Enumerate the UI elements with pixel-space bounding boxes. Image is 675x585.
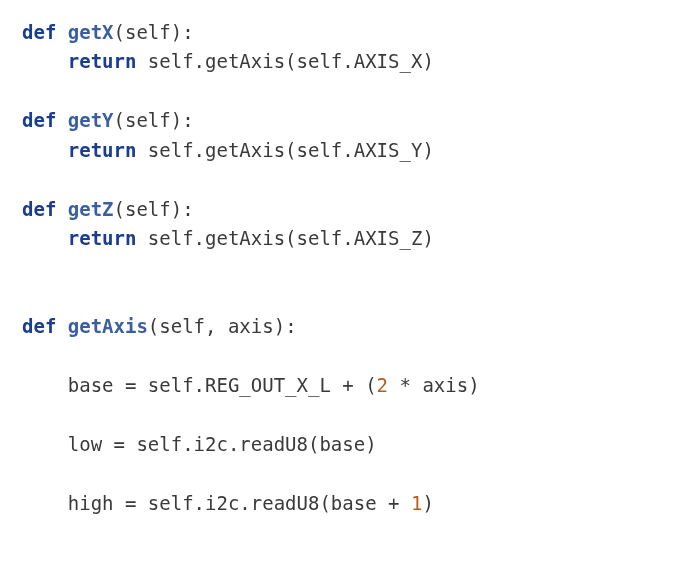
code-text: self.getAxis(self.AXIS_X)	[136, 50, 433, 72]
code-text: (self, axis):	[148, 315, 297, 337]
keyword-return: return	[68, 139, 137, 161]
keyword-def: def	[22, 315, 56, 337]
keyword-return: return	[68, 227, 137, 249]
keyword-def: def	[22, 21, 56, 43]
keyword-return: return	[68, 50, 137, 72]
code-text: * axis)	[388, 374, 480, 396]
function-name-getAxis: getAxis	[68, 315, 148, 337]
number-literal: 2	[377, 374, 388, 396]
code-text: base = self.REG_OUT_X_L + (	[22, 374, 377, 396]
code-text: (self):	[114, 109, 194, 131]
keyword-def: def	[22, 198, 56, 220]
number-literal: 1	[411, 492, 422, 514]
code-text: (self):	[114, 198, 194, 220]
keyword-def: def	[22, 109, 56, 131]
code-text: low = self.i2c.readU8(base)	[22, 433, 377, 455]
code-block: def getX(self): return self.getAxis(self…	[22, 18, 653, 518]
code-text: self.getAxis(self.AXIS_Y)	[136, 139, 433, 161]
function-name-getY: getY	[68, 109, 114, 131]
function-name-getZ: getZ	[68, 198, 114, 220]
code-text: high = self.i2c.readU8(base +	[22, 492, 411, 514]
code-text: (self):	[114, 21, 194, 43]
function-name-getX: getX	[68, 21, 114, 43]
code-text: )	[422, 492, 433, 514]
code-text: self.getAxis(self.AXIS_Z)	[136, 227, 433, 249]
